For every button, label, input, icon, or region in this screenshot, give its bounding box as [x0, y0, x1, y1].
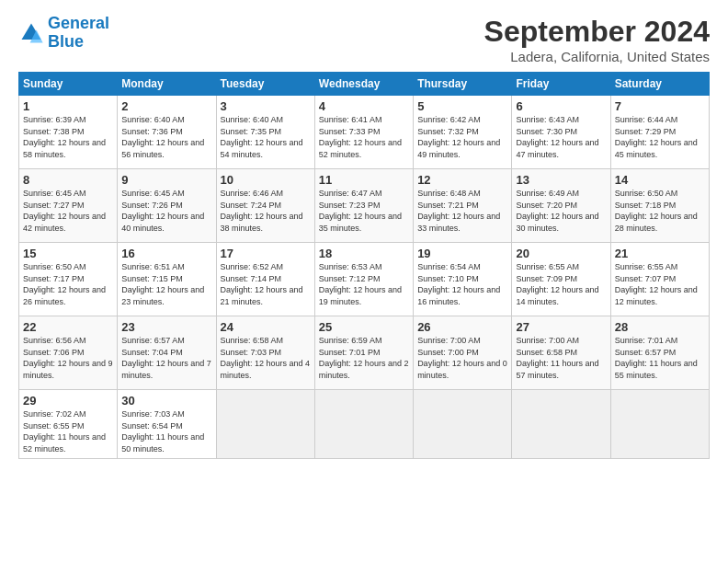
- day-info: Sunrise: 6:42 AMSunset: 7:32 PMDaylight:…: [417, 114, 507, 160]
- day-cell: 13Sunrise: 6:49 AMSunset: 7:20 PMDayligh…: [512, 169, 610, 243]
- day-cell: 8Sunrise: 6:45 AMSunset: 7:27 PMDaylight…: [19, 169, 118, 243]
- day-info: Sunrise: 7:01 AMSunset: 6:57 PMDaylight:…: [615, 335, 705, 381]
- day-info: Sunrise: 7:00 AMSunset: 6:58 PMDaylight:…: [516, 335, 606, 381]
- day-cell: 28Sunrise: 7:01 AMSunset: 6:57 PMDayligh…: [610, 316, 709, 390]
- day-info: Sunrise: 6:46 AMSunset: 7:24 PMDaylight:…: [221, 188, 311, 234]
- day-cell: 12Sunrise: 6:48 AMSunset: 7:21 PMDayligh…: [414, 169, 512, 243]
- day-number: 27: [516, 320, 606, 334]
- day-cell: 10Sunrise: 6:46 AMSunset: 7:24 PMDayligh…: [216, 169, 314, 243]
- day-number: 25: [319, 320, 409, 334]
- day-cell: 23Sunrise: 6:57 AMSunset: 7:04 PMDayligh…: [118, 316, 216, 390]
- day-cell: 18Sunrise: 6:53 AMSunset: 7:12 PMDayligh…: [314, 243, 413, 316]
- day-number: 26: [417, 320, 507, 334]
- col-thursday: Thursday: [414, 73, 512, 96]
- day-cell: 17Sunrise: 6:52 AMSunset: 7:14 PMDayligh…: [216, 243, 314, 316]
- day-info: Sunrise: 6:49 AMSunset: 7:20 PMDaylight:…: [516, 188, 606, 234]
- day-cell: 16Sunrise: 6:51 AMSunset: 7:15 PMDayligh…: [118, 243, 216, 316]
- day-info: Sunrise: 6:57 AMSunset: 7:04 PMDaylight:…: [121, 335, 211, 381]
- col-wednesday: Wednesday: [314, 73, 413, 96]
- day-info: Sunrise: 6:40 AMSunset: 7:35 PMDaylight:…: [221, 114, 311, 160]
- day-info: Sunrise: 6:39 AMSunset: 7:38 PMDaylight:…: [23, 114, 113, 160]
- day-info: Sunrise: 6:54 AMSunset: 7:10 PMDaylight:…: [417, 261, 507, 307]
- day-info: Sunrise: 6:55 AMSunset: 7:07 PMDaylight:…: [615, 261, 705, 307]
- day-info: Sunrise: 6:48 AMSunset: 7:21 PMDaylight:…: [417, 188, 507, 234]
- logo-text: General Blue: [48, 15, 109, 52]
- day-cell: [512, 390, 610, 459]
- day-info: Sunrise: 6:50 AMSunset: 7:17 PMDaylight:…: [23, 261, 113, 307]
- day-info: Sunrise: 6:44 AMSunset: 7:29 PMDaylight:…: [615, 114, 705, 160]
- day-number: 14: [615, 173, 705, 187]
- day-info: Sunrise: 6:50 AMSunset: 7:18 PMDaylight:…: [615, 188, 705, 234]
- day-cell: 30Sunrise: 7:03 AMSunset: 6:54 PMDayligh…: [118, 390, 216, 459]
- day-cell: [314, 390, 413, 459]
- day-info: Sunrise: 6:58 AMSunset: 7:03 PMDaylight:…: [221, 335, 311, 381]
- day-info: Sunrise: 6:55 AMSunset: 7:09 PMDaylight:…: [516, 261, 606, 307]
- week-row-2: 8Sunrise: 6:45 AMSunset: 7:27 PMDaylight…: [19, 169, 710, 243]
- day-cell: 24Sunrise: 6:58 AMSunset: 7:03 PMDayligh…: [216, 316, 314, 390]
- day-number: 17: [221, 247, 311, 260]
- day-number: 6: [516, 99, 606, 113]
- day-number: 28: [615, 320, 705, 334]
- day-number: 13: [516, 173, 606, 187]
- day-cell: 7Sunrise: 6:44 AMSunset: 7:29 PMDaylight…: [610, 96, 709, 169]
- header: General Blue September 2024 Ladera, Cali…: [18, 15, 710, 64]
- day-cell: 20Sunrise: 6:55 AMSunset: 7:09 PMDayligh…: [512, 243, 610, 316]
- day-number: 4: [319, 99, 409, 113]
- day-number: 18: [319, 247, 409, 260]
- day-cell: 4Sunrise: 6:41 AMSunset: 7:33 PMDaylight…: [314, 96, 413, 169]
- col-tuesday: Tuesday: [216, 73, 314, 96]
- day-number: 24: [221, 320, 311, 334]
- main-container: General Blue September 2024 Ladera, Cali…: [0, 0, 728, 468]
- day-cell: [414, 390, 512, 459]
- day-info: Sunrise: 6:40 AMSunset: 7:36 PMDaylight:…: [121, 114, 211, 160]
- day-number: 16: [121, 247, 211, 260]
- day-info: Sunrise: 7:03 AMSunset: 6:54 PMDaylight:…: [121, 408, 211, 454]
- week-row-1: 1Sunrise: 6:39 AMSunset: 7:38 PMDaylight…: [19, 96, 710, 169]
- calendar-table: Sunday Monday Tuesday Wednesday Thursday…: [18, 72, 710, 459]
- main-title: September 2024: [484, 15, 710, 49]
- logo-icon: [18, 20, 44, 46]
- day-info: Sunrise: 6:45 AMSunset: 7:26 PMDaylight:…: [121, 188, 211, 234]
- day-info: Sunrise: 6:56 AMSunset: 7:06 PMDaylight:…: [23, 335, 113, 381]
- day-cell: 11Sunrise: 6:47 AMSunset: 7:23 PMDayligh…: [314, 169, 413, 243]
- day-number: 20: [516, 247, 606, 260]
- day-number: 10: [221, 173, 311, 187]
- logo: General Blue: [18, 15, 109, 52]
- day-info: Sunrise: 6:52 AMSunset: 7:14 PMDaylight:…: [221, 261, 311, 307]
- day-cell: 14Sunrise: 6:50 AMSunset: 7:18 PMDayligh…: [610, 169, 709, 243]
- week-row-3: 15Sunrise: 6:50 AMSunset: 7:17 PMDayligh…: [19, 243, 710, 316]
- day-cell: 1Sunrise: 6:39 AMSunset: 7:38 PMDaylight…: [19, 96, 118, 169]
- day-info: Sunrise: 6:59 AMSunset: 7:01 PMDaylight:…: [319, 335, 409, 381]
- day-number: 19: [417, 247, 507, 260]
- day-number: 22: [23, 320, 113, 334]
- col-sunday: Sunday: [19, 73, 118, 96]
- day-cell: 5Sunrise: 6:42 AMSunset: 7:32 PMDaylight…: [414, 96, 512, 169]
- day-cell: 22Sunrise: 6:56 AMSunset: 7:06 PMDayligh…: [19, 316, 118, 390]
- day-number: 30: [121, 394, 211, 408]
- day-number: 21: [615, 247, 705, 260]
- subtitle: Ladera, California, United States: [484, 49, 710, 64]
- day-cell: 15Sunrise: 6:50 AMSunset: 7:17 PMDayligh…: [19, 243, 118, 316]
- day-info: Sunrise: 7:02 AMSunset: 6:55 PMDaylight:…: [23, 408, 113, 454]
- day-info: Sunrise: 7:00 AMSunset: 7:00 PMDaylight:…: [417, 335, 507, 381]
- week-row-5: 29Sunrise: 7:02 AMSunset: 6:55 PMDayligh…: [19, 390, 710, 459]
- day-info: Sunrise: 6:45 AMSunset: 7:27 PMDaylight:…: [23, 188, 113, 234]
- day-cell: 3Sunrise: 6:40 AMSunset: 7:35 PMDaylight…: [216, 96, 314, 169]
- day-cell: 9Sunrise: 6:45 AMSunset: 7:26 PMDaylight…: [118, 169, 216, 243]
- day-number: 15: [23, 247, 113, 260]
- day-info: Sunrise: 6:41 AMSunset: 7:33 PMDaylight:…: [319, 114, 409, 160]
- day-number: 7: [615, 99, 705, 113]
- day-number: 9: [121, 173, 211, 187]
- day-info: Sunrise: 6:53 AMSunset: 7:12 PMDaylight:…: [319, 261, 409, 307]
- day-number: 29: [23, 394, 113, 408]
- day-number: 1: [23, 99, 113, 113]
- week-row-4: 22Sunrise: 6:56 AMSunset: 7:06 PMDayligh…: [19, 316, 710, 390]
- header-row: Sunday Monday Tuesday Wednesday Thursday…: [19, 73, 710, 96]
- col-monday: Monday: [118, 73, 216, 96]
- day-number: 12: [417, 173, 507, 187]
- col-friday: Friday: [512, 73, 610, 96]
- day-number: 5: [417, 99, 507, 113]
- day-cell: 26Sunrise: 7:00 AMSunset: 7:00 PMDayligh…: [414, 316, 512, 390]
- col-saturday: Saturday: [610, 73, 709, 96]
- day-cell: [216, 390, 314, 459]
